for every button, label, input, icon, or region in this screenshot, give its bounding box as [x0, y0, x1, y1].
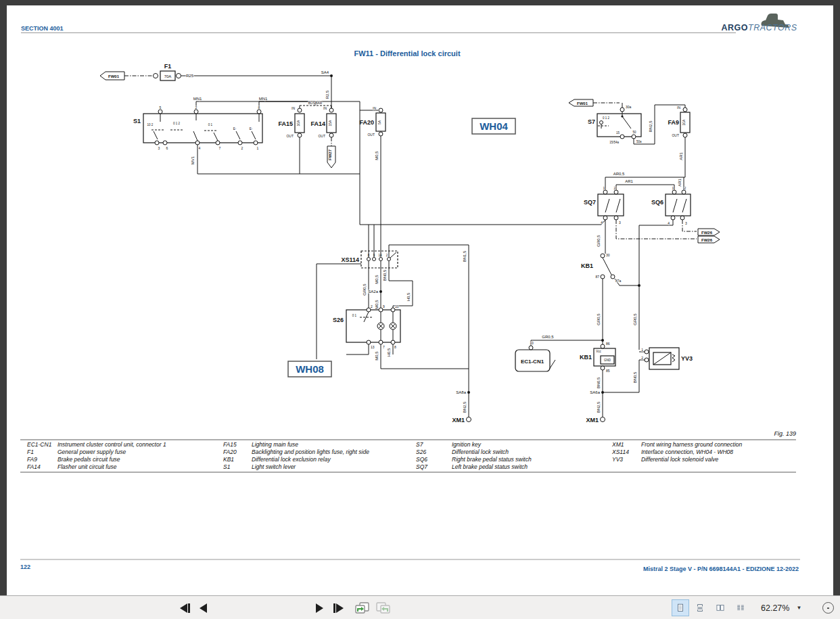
diagram-label: 2 — [614, 186, 616, 190]
diagram-label: FW26 — [701, 238, 713, 242]
legend-description: Instrument cluster control unit, connect… — [57, 441, 166, 448]
legend-description: Front wiring harness ground connection — [641, 441, 743, 448]
legend-description: Left brake pedal status switch — [452, 463, 528, 470]
diagram-label: 10 2 — [147, 123, 154, 127]
legend-code: XM1 — [611, 441, 624, 448]
diagram-label: E- — [233, 127, 237, 131]
legend-code: FA20 — [223, 449, 237, 455]
legend-description: Light switch lever — [252, 463, 296, 470]
previous-page-button[interactable] — [197, 599, 210, 617]
two-page-scrolling-button[interactable] — [732, 599, 749, 616]
zoom-out-button[interactable] — [822, 602, 834, 614]
document-page — [7, 5, 833, 595]
diagram-label: BN2,5 — [463, 401, 467, 413]
ground-icon — [601, 417, 605, 422]
legend-code: YV3 — [612, 456, 623, 463]
enable-scrolling-button[interactable] — [691, 599, 709, 616]
diagram-label: FW01 — [577, 101, 588, 106]
legend-code: S1 — [223, 463, 231, 470]
diagram-label: 0 1 — [208, 123, 213, 127]
diagram-label: IN — [323, 106, 327, 110]
pdf-toolbar: 164 / 1186 ▾ — [0, 595, 840, 619]
diagram-label: E- — [250, 127, 253, 131]
legend-code: KB1 — [223, 456, 234, 463]
legend-description: Ignition key — [452, 441, 482, 448]
diagram-label: XM1 — [452, 417, 465, 423]
document-page-svg: SECTION 4001 ARGO TRACTORS FW11 - Differ… — [0, 0, 840, 595]
legend-code: FA15 — [223, 441, 237, 448]
legend-description: Interface connection, WH04 - WH08 — [641, 449, 733, 455]
diagram-label: 0 1 — [352, 314, 357, 317]
last-page-button[interactable] — [331, 599, 346, 617]
single-page-view-icon — [676, 602, 684, 614]
single-page-view-button[interactable] — [672, 599, 689, 616]
diagram-label: 13 — [371, 345, 375, 349]
page-number: 122 — [20, 564, 30, 570]
wh04-label: WH04 — [480, 120, 508, 132]
diagram-label: XS114 — [341, 256, 359, 263]
two-page-view-icon — [716, 602, 724, 614]
diagram-label: MN1 — [193, 97, 202, 101]
zoom-dropdown-caret-icon[interactable]: ▼ — [796, 605, 801, 611]
diagram-label: FW26 — [701, 231, 713, 235]
legend-description: Lighting main fuse — [252, 441, 298, 448]
two-page-view-button[interactable] — [711, 599, 729, 616]
diagram-label: KB1 — [580, 354, 592, 361]
diagram-label: BN1,5 — [463, 250, 467, 262]
diagram-label: H0,5 — [387, 348, 391, 357]
legend-description: Right brake pedal status switch — [452, 456, 532, 463]
first-page-button[interactable] — [177, 599, 193, 617]
diagram-label: SQ7 — [584, 199, 596, 206]
diagram-label: GND — [604, 359, 611, 362]
legend-code: F1 — [27, 449, 34, 455]
diagram-label: 15A — [328, 120, 332, 127]
diagram-label: AR1 — [625, 179, 633, 183]
next-view-icon — [375, 601, 392, 614]
diagram-label: F1 — [164, 63, 172, 70]
previous-view-button[interactable] — [351, 599, 373, 617]
diagram-label: FA20 — [359, 119, 374, 126]
diagram-label: 6 — [166, 146, 168, 150]
diagram-label: XM1 — [586, 417, 599, 423]
diagram-label: OUT — [367, 133, 375, 137]
diagram-label: 9 — [383, 304, 385, 308]
diagram-label: 2 — [195, 106, 197, 110]
diagram-label: YV3 — [681, 355, 693, 362]
diagram-label: 5A — [377, 120, 381, 124]
next-page-button[interactable] — [313, 599, 326, 617]
diagram-label: 10 — [395, 304, 399, 308]
first-page-icon — [180, 603, 187, 613]
zoom-level-value: 62.27% — [761, 603, 789, 613]
diagram-label: 70A — [164, 74, 172, 78]
diagram-label: 14 — [378, 254, 382, 257]
legend-description: Flasher unit circuit fuse — [57, 463, 117, 470]
diagram-label: 1 — [257, 146, 259, 150]
diagram-label: 30a — [626, 105, 632, 109]
section-heading: SECTION 4001 — [21, 25, 64, 32]
diagram-label: EC1-CN1 — [521, 359, 544, 365]
page-title: FW11 - Differential lock circuit — [354, 49, 460, 58]
diagram-label: 2 — [241, 146, 243, 150]
diagram-label: FW27 — [328, 149, 332, 160]
minus-icon — [827, 607, 829, 609]
diagram-label: 7 — [219, 146, 221, 150]
diagram-label: 1 — [603, 186, 605, 190]
diagram-label: GR0,5 — [542, 335, 554, 339]
diagram-label: Vcc — [596, 350, 601, 353]
next-view-button[interactable] — [373, 599, 394, 617]
enable-scrolling-icon — [696, 602, 704, 614]
diagram-label: S1 — [133, 118, 141, 124]
legend-description: Differential lock solenoid valve — [641, 456, 719, 463]
diagram-label: 4 — [668, 221, 670, 225]
zoom-level-label[interactable]: 62.27% ▼ — [761, 596, 801, 619]
legend-code: S26 — [416, 449, 426, 455]
diagram-label: 30 — [606, 253, 610, 257]
diagram-label: 8 — [394, 345, 396, 349]
legend-code: FA9 — [27, 456, 37, 463]
diagram-label: 87a — [615, 279, 622, 283]
diagram-label: BN0,5 — [383, 269, 387, 281]
diagram-label: AR1 — [678, 179, 682, 187]
legend-code: XS114 — [611, 449, 629, 455]
diagram-label: 5 — [160, 106, 162, 110]
diagram-label: OUT — [318, 134, 325, 138]
